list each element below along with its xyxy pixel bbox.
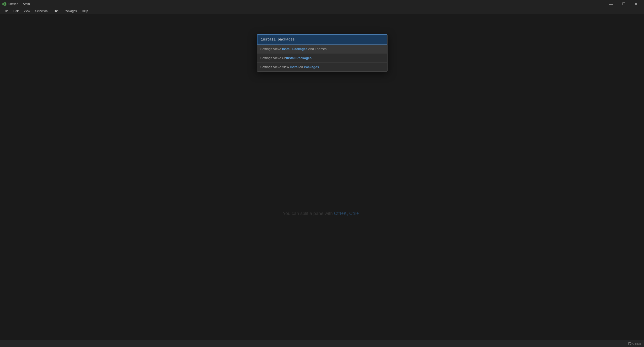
result-suffix-1: And Themes: [307, 47, 326, 51]
titlebar-left: untitled — Atom: [2, 2, 30, 6]
titlebar: untitled — Atom — ❐ ✕: [0, 0, 644, 8]
menu-packages[interactable]: Packages: [61, 9, 80, 13]
atom-logo-icon: [2, 2, 7, 6]
menu-selection[interactable]: Selection: [33, 9, 50, 13]
menu-edit[interactable]: Edit: [11, 9, 21, 13]
result-highlight-3a: Install: [290, 65, 299, 69]
result-highlight-2: install Packages: [286, 56, 312, 60]
result-highlight-1: Install Packages: [282, 47, 307, 51]
result-prefix-3: Settings View: View: [260, 65, 290, 69]
watermark-label: You can split a pane with: [283, 211, 334, 216]
menubar: File Edit View Selection Find Packages H…: [0, 8, 644, 14]
statusbar: GitHub: [0, 340, 644, 347]
result-item-1[interactable]: Settings View: Install Packages And Them…: [257, 45, 387, 54]
close-button[interactable]: ✕: [630, 0, 642, 8]
menu-help[interactable]: Help: [79, 9, 91, 13]
statusbar-github: GitHub: [628, 342, 641, 345]
result-prefix-1: Settings View:: [260, 47, 282, 51]
main-content: Settings View: Install Packages And Them…: [0, 14, 644, 340]
minimize-button[interactable]: —: [605, 0, 617, 8]
menu-find[interactable]: Find: [50, 9, 61, 13]
window-title: untitled — Atom: [9, 2, 30, 6]
window-controls: — ❐ ✕: [605, 0, 642, 8]
menu-file[interactable]: File: [1, 9, 11, 13]
result-item-3[interactable]: Settings View: View Installed Packages: [257, 63, 387, 71]
command-palette-results: Settings View: Install Packages And Them…: [257, 45, 387, 71]
command-palette-input[interactable]: [257, 34, 387, 45]
svg-point-3: [4, 4, 5, 4]
github-icon: [628, 342, 631, 345]
statusbar-github-label: GitHub: [632, 342, 641, 345]
menu-view[interactable]: View: [21, 9, 33, 13]
watermark-link[interactable]: Ctrl+K, Ctrl+↑: [334, 211, 361, 216]
watermark-text: You can split a pane with Ctrl+K, Ctrl+↑: [283, 211, 361, 216]
result-mid-3: ed: [299, 65, 304, 69]
command-palette: Settings View: Install Packages And Them…: [257, 34, 388, 72]
result-highlight-3b: Packages: [304, 65, 319, 69]
result-prefix-2: Settings View: Un: [260, 56, 286, 60]
maximize-button[interactable]: ❐: [618, 0, 629, 8]
result-item-2[interactable]: Settings View: Uninstall Packages: [257, 54, 387, 63]
